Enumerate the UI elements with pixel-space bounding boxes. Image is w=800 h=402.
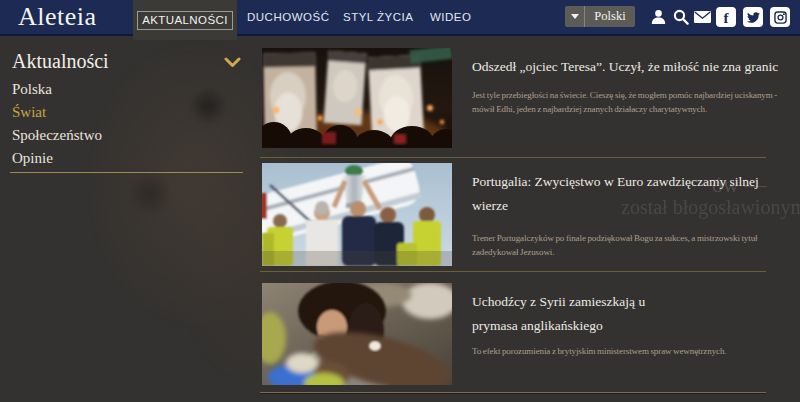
chevron-down-icon: [571, 14, 579, 19]
nav-tab-wideo[interactable]: WIDEO: [430, 0, 471, 34]
article-1-excerpt: Jest tyle przebiegłości na świecie. Cies…: [472, 88, 798, 116]
aleteia-logo[interactable]: Aleteia: [18, 0, 97, 34]
sidebar-item-opinie[interactable]: Opinie: [12, 150, 53, 167]
facebook-f-glyph: f: [724, 11, 729, 26]
nav-tab-aktualnosci-label: AKTUALNOŚCI: [137, 11, 233, 30]
article-thumbnail-vigil[interactable]: [262, 48, 452, 148]
article-1: Odszedł „ojciec Teresa”. Uczył, że miłoś…: [472, 55, 798, 116]
article-2: Portugalia: Zwycięstwo w Euro zawdzięcza…: [472, 170, 798, 259]
mail-icon[interactable]: [694, 11, 711, 23]
top-navbar: Aleteia AKTUALNOŚCI DUCHOWOŚĆ STYL ŻYCIA…: [0, 0, 800, 34]
instagram-icon[interactable]: [770, 7, 790, 27]
article-2-excerpt: Trener Portugalczyków po finale podzięko…: [472, 231, 798, 259]
bottom-divider: [260, 392, 766, 393]
sidebar-section-title: Aktualności: [12, 50, 109, 73]
article-divider: [260, 271, 766, 272]
sidebar-underline: [10, 172, 243, 173]
vigil-photo: [262, 48, 452, 148]
sidebar-item-spoleczenstwo[interactable]: Społeczeństwo: [12, 127, 102, 144]
language-selected-label: Polski: [585, 6, 635, 27]
nav-tab-styl-zycia[interactable]: STYL ŻYCIA: [343, 0, 413, 34]
nav-tab-duchowosc[interactable]: DUCHOWOŚĆ: [247, 0, 329, 34]
aleteia-homepage: ów — został błogosławionym Aleteia AKTUA…: [0, 0, 800, 402]
sidebar-item-polska[interactable]: Polska: [12, 81, 52, 98]
nav-tab-aktualnosci[interactable]: AKTUALNOŚCI: [133, 0, 237, 40]
user-icon[interactable]: [651, 9, 666, 25]
search-icon[interactable]: [673, 9, 689, 25]
language-caret-segment: [565, 6, 585, 27]
article-divider: [260, 157, 766, 158]
twitter-icon[interactable]: [743, 7, 763, 27]
facebook-icon[interactable]: f: [716, 7, 736, 27]
article-thumbnail-trophy[interactable]: [262, 163, 452, 266]
article-3-title[interactable]: Uchodźcy z Syrii zamieszkają u prymasa a…: [472, 290, 677, 338]
trophy-photo: [262, 163, 452, 266]
refugee-girl-photo: [262, 283, 452, 385]
article-thumbnail-refugee-girl[interactable]: [262, 283, 452, 385]
article-3-excerpt: To efekt porozumienia z brytyjskim minis…: [472, 344, 798, 358]
article-1-title[interactable]: Odszedł „ojciec Teresa”. Uczył, że miłoś…: [472, 55, 798, 79]
chevron-down-icon[interactable]: [224, 57, 241, 68]
sidebar-item-swiat[interactable]: Świat: [12, 104, 46, 121]
language-dropdown[interactable]: Polski: [565, 6, 635, 27]
article-3: Uchodźcy z Syrii zamieszkają u prymasa a…: [472, 290, 798, 358]
article-2-title[interactable]: Portugalia: Zwycięstwo w Euro zawdzięcza…: [472, 170, 798, 218]
